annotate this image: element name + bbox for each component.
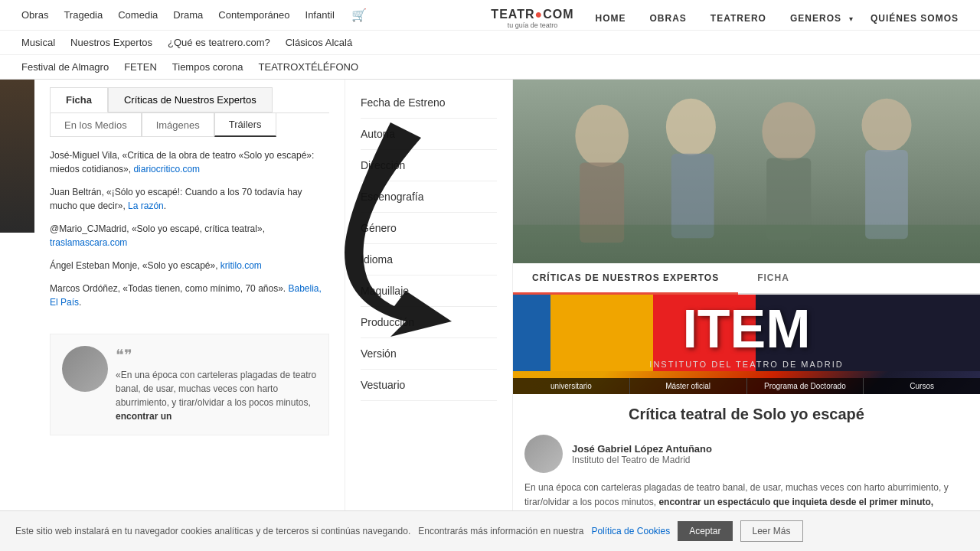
nav-obras[interactable]: Obras (15, 6, 54, 24)
svg-point-1 (575, 105, 629, 167)
article-item: Ángel Esteban Monje, «Solo yo escapé», k… (50, 259, 329, 272)
reviewer-avatar (524, 435, 563, 473)
institute-logo-text: ITEM (682, 302, 810, 356)
cookie-more-text: Encontrarás más información en nuestra (418, 526, 583, 536)
main-content: Ficha Críticas de Nuestros Expertos En l… (0, 80, 980, 551)
sidebar-item-maquillaje[interactable]: Maquillaje (361, 276, 497, 307)
tabs-container: Ficha Críticas de Nuestros Expertos En l… (50, 87, 329, 435)
hero-image (513, 80, 980, 263)
right-nav-obras[interactable]: OBRAS (644, 10, 693, 27)
nav-tragedia[interactable]: Tragedia (57, 6, 109, 24)
article-author: @Mario_CJMadrid, «Solo yo escapé, crític… (50, 223, 265, 234)
article-item: Marcos Ordóñez, «Todas tienen, como míni… (50, 282, 329, 309)
nav-musical[interactable]: Musical (15, 34, 61, 51)
tab-en-los-medios[interactable]: En los Medios (50, 113, 142, 137)
nav-contemporaneo[interactable]: Contemporáneo (212, 6, 296, 24)
nav-clasicos-alcala[interactable]: Clásicos Alcalá (279, 34, 358, 51)
nav-drama[interactable]: Drama (167, 6, 209, 24)
reviewer-name: José Gabriel López Antuñano (572, 443, 712, 455)
thumbnail-area (0, 80, 34, 233)
cookie-accept-button[interactable]: Aceptar (678, 521, 732, 541)
reviewer-org: Instituto del Teatro de Madrid (572, 455, 712, 465)
article-link[interactable]: kritilo.com (220, 260, 262, 271)
tab-row-primary: Ficha Críticas de Nuestros Expertos (50, 87, 329, 112)
period: . (164, 201, 166, 211)
cookie-policy-link[interactable]: Política de Cookies (591, 526, 670, 536)
top-nav: Obras Tragedia Comedia Drama Contemporán… (0, 0, 980, 80)
article-author: Marcos Ordóñez, «Todas tienen, como míni… (50, 283, 286, 294)
nav-tiempos-corona[interactable]: Tiempos corona (166, 58, 250, 76)
logo-text: TEATR●COM (491, 8, 573, 21)
institute-nav-master[interactable]: Máster oficial (630, 378, 747, 394)
tab-row-secondary: En los Medios Imágenes Tráilers (50, 112, 329, 137)
tab-trailers[interactable]: Tráilers (214, 113, 276, 137)
sidebar-item-produccion[interactable]: Producción (361, 307, 497, 338)
quote-content: ❝❞ «En una época con carteleras plagadas… (116, 346, 317, 423)
institute-full-name: Instituto del Teatro de Madrid (513, 358, 980, 370)
svg-point-3 (666, 99, 716, 155)
article-item: @Mario_CJMadrid, «Solo yo escapé, crític… (50, 222, 329, 249)
reviewer-info: José Gabriel López Antuñano Instituto de… (572, 443, 712, 465)
third-nav: Festival de Almagro FETEN Tiempos corona… (0, 55, 980, 80)
right-nav-generos[interactable]: GENEROS ▾ (784, 10, 853, 27)
article-item: José-Miguel Vila, «Crítica de la obra de… (50, 148, 329, 176)
article-link[interactable]: La razón (128, 201, 164, 211)
institute-nav-cursos[interactable]: Cursos (864, 378, 980, 394)
institute-nav: universitario Máster oficial Programa de… (513, 378, 980, 394)
logo-sub: tu guía de teatro (508, 21, 558, 29)
cookie-more-button[interactable]: Leer Más (740, 520, 803, 542)
sidebar-item-autoria[interactable]: Autoría (361, 119, 497, 150)
institute-header: ITEM Instituto del Teatro de Madrid univ… (513, 295, 980, 394)
svg-point-5 (762, 102, 815, 161)
nav-nuestros-expertos[interactable]: Nuestros Expertos (64, 34, 158, 51)
sidebar-item-escenografia[interactable]: Escenografía (361, 181, 497, 213)
sidebar-item-version[interactable]: Versión (361, 338, 497, 370)
right-nav-home[interactable]: HOME (590, 10, 632, 27)
article-author: Juan Beltrán, «¡Sólo yo escapé!: Cuando … (50, 187, 302, 211)
cookie-text: Este sitio web instalará en tu navegador… (15, 526, 410, 536)
nav-teatroxtelfono[interactable]: TEATROXTÉLÉFONO (253, 58, 365, 76)
cookie-bar: Este sitio web instalará en tu navegador… (0, 510, 980, 551)
logo: TEATR●COM tu guía de teatro (491, 8, 573, 29)
hero-image-content (513, 80, 980, 263)
period: . (79, 297, 81, 308)
article-author: Ángel Esteban Monje, «Solo yo escapé», (50, 260, 217, 271)
tab-criticas[interactable]: Críticas de Nuestros Expertos (108, 87, 273, 112)
quote-icon: ❝❞ (116, 346, 317, 364)
article-link[interactable]: traslamascara.com (50, 237, 127, 248)
tab-imagenes[interactable]: Imágenes (142, 113, 214, 137)
reviewer-row: José Gabriel López Antuñano Instituto de… (513, 435, 980, 481)
cart-icon[interactable]: 🛒 (351, 8, 367, 22)
nav-festival-almagro[interactable]: Festival de Almagro (15, 58, 115, 76)
right-nav-quienes[interactable]: QUIÉNES SOMOS (864, 10, 965, 27)
right-tab-criticas[interactable]: CRÍTICAS DE NUESTROS EXPERTOS (513, 263, 738, 295)
right-nav: HOME OBRAS TEATRERO GENEROS ▾ QUIÉNES SO… (590, 10, 965, 27)
svg-rect-9 (513, 225, 980, 263)
sidebar-item-idioma[interactable]: Idioma (361, 244, 497, 276)
right-panel-tabs: CRÍTICAS DE NUESTROS EXPERTOS FICHA (513, 263, 980, 295)
quote-text: «En una época con carteleras plagadas de… (116, 368, 317, 423)
sidebar-item-fecha[interactable]: Fecha de Estreno (361, 87, 497, 119)
article-link-babelia[interactable]: Babelia, (289, 283, 322, 294)
sidebar-item-genero[interactable]: Género (361, 213, 497, 244)
quote-avatar (62, 346, 108, 392)
right-panel: CRÍTICAS DE NUESTROS EXPERTOS FICHA (513, 80, 980, 551)
tab-ficha[interactable]: Ficha (50, 87, 108, 112)
institute-nav-universitario[interactable]: universitario (513, 378, 630, 394)
institute-nav-doctorado[interactable]: Programa de Doctorado (747, 378, 864, 394)
right-nav-generos-label[interactable]: GENEROS (784, 10, 848, 27)
hero-svg (513, 80, 980, 263)
nav-feten[interactable]: FETEN (118, 58, 163, 76)
nav-que-es[interactable]: ¿Qué es teatrero.com? (162, 34, 276, 51)
left-panel: Ficha Críticas de Nuestros Expertos En l… (0, 80, 345, 551)
chevron-down-icon: ▾ (849, 15, 853, 23)
sidebar-item-vestuario[interactable]: Vestuario (361, 370, 497, 401)
right-nav-teatrero[interactable]: TEATRERO (704, 10, 773, 27)
nav-comedia[interactable]: Comedia (112, 6, 164, 24)
sidebar-item-direccion[interactable]: Dirección (361, 150, 497, 181)
article-link-pais[interactable]: El País (50, 297, 79, 308)
nav-infantil[interactable]: Infantil (299, 6, 341, 24)
svg-point-7 (861, 99, 911, 152)
article-link[interactable]: diariocritico.com (133, 164, 200, 174)
right-tab-ficha[interactable]: FICHA (738, 263, 808, 295)
